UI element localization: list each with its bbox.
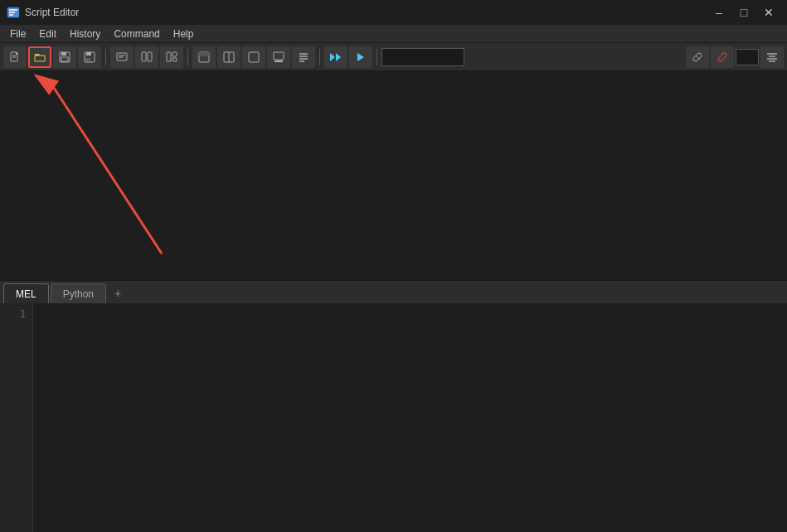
- toolbar-separator-2: [187, 49, 188, 65]
- toolbar-separator-1: [105, 49, 106, 65]
- snippet-btn-3[interactable]: [160, 46, 183, 68]
- line-numbers: 1: [0, 303, 33, 532]
- svg-line-42: [36, 75, 54, 88]
- svg-rect-20: [172, 52, 177, 56]
- svg-text:AS: AS: [85, 57, 91, 62]
- svg-line-36: [696, 56, 699, 59]
- toolbar-separator-3: [319, 49, 320, 65]
- new-file-button[interactable]: [3, 46, 27, 68]
- title-bar-controls: – □ ✕: [707, 1, 780, 24]
- svg-marker-33: [330, 53, 335, 61]
- editor-area: 1: [0, 303, 787, 532]
- svg-marker-34: [336, 53, 341, 61]
- tabs-bar: MEL Python +: [0, 280, 787, 303]
- svg-rect-19: [167, 52, 171, 61]
- svg-rect-27: [274, 52, 284, 60]
- title-bar-left: Script Editor: [7, 6, 79, 19]
- svg-rect-12: [86, 52, 91, 56]
- tab-mel[interactable]: MEL: [3, 283, 49, 303]
- color-box[interactable]: [736, 49, 759, 65]
- menu-edit[interactable]: Edit: [32, 25, 63, 43]
- line-number-1: 1: [0, 307, 32, 322]
- snippet-btn-2[interactable]: [135, 46, 158, 68]
- layout-btn-4[interactable]: [267, 46, 290, 68]
- play-button[interactable]: [349, 46, 372, 68]
- command-input[interactable]: [381, 48, 464, 66]
- menu-command[interactable]: Command: [107, 25, 166, 43]
- wrench-btn-2[interactable]: [711, 46, 734, 68]
- menu-help[interactable]: Help: [167, 25, 201, 43]
- menu-history[interactable]: History: [63, 25, 107, 43]
- snippet-btn-1[interactable]: [110, 46, 134, 68]
- minimize-button[interactable]: –: [707, 1, 731, 24]
- main-output-area: [0, 71, 787, 280]
- svg-rect-9: [61, 52, 66, 56]
- svg-rect-18: [148, 52, 152, 61]
- title-bar-title: Script Editor: [25, 7, 79, 18]
- svg-marker-35: [357, 53, 364, 61]
- title-bar: Script Editor – □ ✕: [0, 0, 787, 25]
- layout-btn-1[interactable]: [192, 46, 216, 68]
- script-editor-icon: [7, 6, 20, 19]
- layout-btn-3[interactable]: [242, 46, 265, 68]
- maximize-button[interactable]: □: [732, 1, 755, 24]
- svg-rect-21: [172, 58, 177, 61]
- align-btn[interactable]: [760, 46, 784, 68]
- annotation-arrow: [0, 71, 787, 280]
- tab-python[interactable]: Python: [51, 283, 106, 303]
- menu-file[interactable]: File: [3, 25, 32, 43]
- save-as-button[interactable]: AS: [78, 46, 101, 68]
- layout-btn-2[interactable]: [217, 46, 240, 68]
- menu-bar: File Edit History Command Help: [0, 25, 787, 43]
- play-all-button[interactable]: [324, 46, 347, 68]
- editor-content[interactable]: [33, 303, 787, 532]
- svg-rect-28: [274, 60, 283, 62]
- toolbar-separator-4: [376, 49, 377, 65]
- svg-rect-17: [142, 52, 146, 61]
- close-button[interactable]: ✕: [757, 1, 780, 24]
- tab-add-button[interactable]: +: [108, 283, 128, 303]
- svg-rect-10: [61, 57, 68, 61]
- toolbar: AS: [0, 43, 787, 71]
- open-file-button[interactable]: [28, 46, 51, 68]
- svg-rect-23: [199, 52, 209, 56]
- svg-rect-26: [249, 52, 259, 62]
- svg-line-43: [54, 88, 162, 254]
- list-btn[interactable]: [292, 46, 315, 68]
- wrench-btn-1[interactable]: [686, 46, 709, 68]
- save-button[interactable]: [53, 46, 76, 68]
